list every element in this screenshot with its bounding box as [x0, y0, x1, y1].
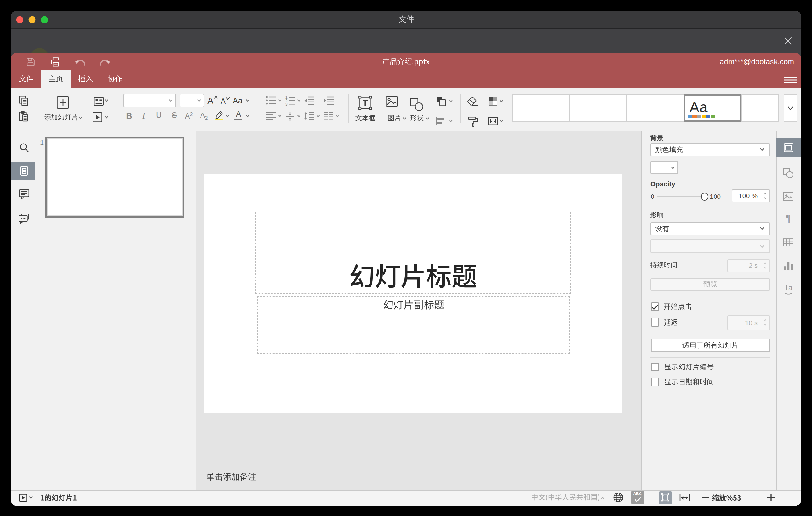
svg-text:3: 3	[285, 102, 288, 105]
